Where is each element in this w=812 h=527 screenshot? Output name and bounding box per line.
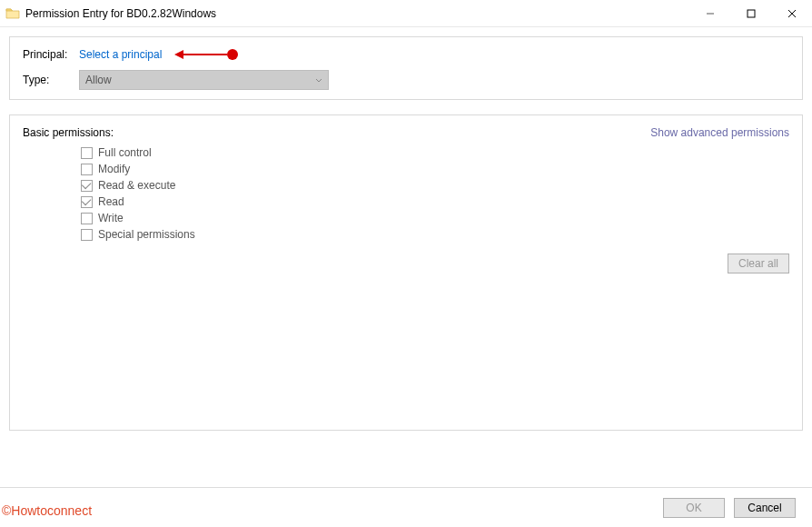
clear-all-button[interactable]: Clear all (728, 254, 789, 273)
checkbox-read-execute[interactable] (81, 180, 93, 192)
permission-item: Read & execute (81, 179, 789, 192)
minimize-button[interactable] (689, 0, 730, 26)
watermark: ©Howtoconnect (2, 503, 92, 518)
window-title: Permission Entry for BD0.2.82Windows (25, 7, 216, 20)
permissions-panel: Basic permissions: Show advanced permiss… (9, 114, 803, 431)
titlebar: Permission Entry for BD0.2.82Windows (0, 0, 812, 27)
chevron-down-icon (315, 74, 322, 86)
permission-item: Special permissions (81, 228, 789, 241)
permission-label: Read (98, 195, 124, 208)
permission-item: Write (81, 212, 789, 224)
permission-item: Full control (81, 146, 789, 159)
select-principal-link[interactable]: Select a principal (79, 48, 162, 61)
permission-label: Modify (98, 163, 130, 175)
permission-label: Read & execute (98, 179, 175, 192)
checkbox-special[interactable] (81, 229, 93, 241)
checkbox-modify[interactable] (81, 164, 93, 175)
principal-panel: Principal: Select a principal Type: Allo… (9, 36, 803, 100)
close-button[interactable] (771, 0, 812, 26)
permission-label: Special permissions (98, 228, 195, 241)
permissions-list: Full control Modify Read & execute Read … (23, 146, 789, 244)
svg-rect-1 (748, 10, 755, 17)
checkbox-read[interactable] (81, 196, 93, 208)
permission-label: Write (98, 212, 124, 224)
folder-icon (5, 6, 20, 21)
type-select[interactable]: Allow (79, 70, 329, 90)
dialog-footer: OK Cancel (0, 487, 812, 527)
show-advanced-link[interactable]: Show advanced permissions (650, 126, 789, 139)
basic-permissions-label: Basic permissions: (23, 126, 114, 139)
window-controls (689, 0, 812, 26)
cancel-button[interactable]: Cancel (734, 498, 796, 518)
permission-item: Read (81, 195, 789, 208)
ok-button[interactable]: OK (663, 498, 725, 518)
content-area: Principal: Select a principal Type: Allo… (0, 27, 812, 449)
annotation-arrow (174, 49, 238, 60)
type-select-value: Allow (85, 74, 112, 86)
permission-label: Full control (98, 146, 152, 159)
checkbox-write[interactable] (81, 213, 93, 224)
principal-label: Principal: (23, 48, 79, 61)
checkbox-full-control[interactable] (81, 147, 93, 159)
maximize-button[interactable] (730, 0, 771, 26)
permission-item: Modify (81, 163, 789, 175)
type-label: Type: (23, 74, 79, 86)
